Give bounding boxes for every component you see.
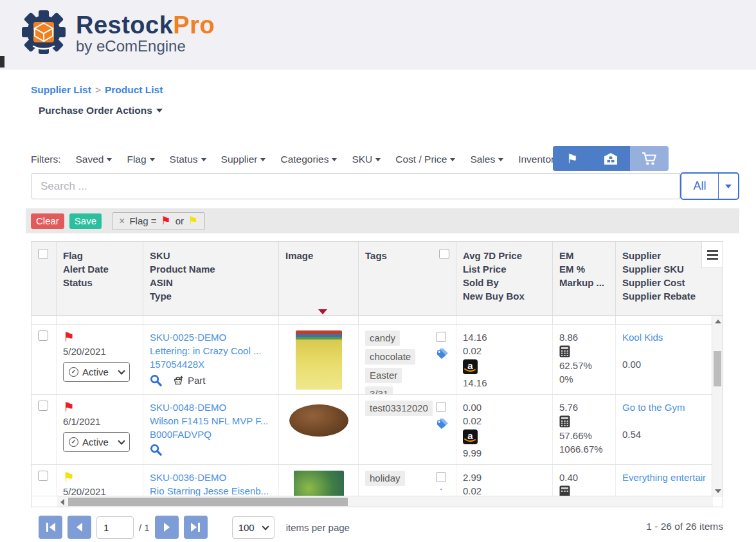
alert-date: 6/1/2021 — [63, 415, 136, 428]
tags-checkbox[interactable] — [436, 402, 446, 412]
search-icon[interactable] — [150, 374, 162, 386]
product-name-link[interactable]: Lettering: in Crazy Cool ... — [150, 344, 272, 357]
scroll-left-icon[interactable] — [60, 499, 64, 505]
supplier-link[interactable]: Kool Kids — [622, 330, 706, 344]
prev-page-button[interactable] — [68, 516, 91, 539]
tags-icon[interactable] — [434, 489, 448, 491]
supplier-link[interactable]: Everything entertainment — [622, 471, 706, 484]
row-checkbox[interactable] — [38, 471, 48, 481]
tags-checkbox[interactable] — [436, 472, 446, 482]
row-checkbox[interactable] — [38, 330, 48, 341]
search-input[interactable] — [31, 173, 680, 199]
filter-saved[interactable]: Saved — [76, 154, 113, 165]
filter-flag[interactable]: Flag — [127, 154, 154, 165]
header-em[interactable]: EMEM %Markup ... — [553, 242, 616, 315]
amazon-icon: a — [463, 429, 478, 444]
supplier-link[interactable]: Go to the Gym — [622, 401, 706, 414]
search-scope-dropdown[interactable] — [719, 174, 738, 199]
tags-icon[interactable] — [434, 419, 448, 431]
select-all-checkbox[interactable] — [38, 249, 48, 259]
product-name-link[interactable]: Rio Starring Jesse Eisenb... — [150, 484, 272, 496]
horizontal-scrollbar[interactable] — [32, 496, 713, 507]
tags-filter-checkbox[interactable] — [439, 249, 449, 259]
avg-7d-price: 14.16 — [463, 330, 546, 344]
search-scope-button[interactable]: All — [681, 174, 719, 199]
calculator-icon[interactable] — [559, 345, 570, 357]
markup-percent: 1066.67% — [559, 442, 609, 456]
table-header-row: FlagAlert DateStatus SKUProduct NameASIN… — [32, 242, 723, 316]
list-price: 0.02 — [463, 414, 546, 428]
filter-supplier[interactable]: Supplier — [221, 154, 266, 165]
filter-chip-text: Flag = — [129, 215, 156, 226]
tag-chip: 3/31 — [365, 386, 393, 394]
list-price: 0.02 — [463, 484, 546, 496]
flag-icon: ⚑ — [63, 401, 136, 413]
chevron-down-icon — [118, 437, 125, 444]
warehouse-icon — [604, 152, 618, 165]
sku-link[interactable]: SKU-0025-DEMO — [150, 330, 272, 344]
filter-sku[interactable]: SKU — [352, 154, 381, 165]
product-image — [287, 401, 350, 440]
status-select[interactable]: ✓ Active — [63, 362, 130, 382]
header-tags[interactable]: Tags — [359, 242, 456, 315]
supplier-filter-button[interactable] — [591, 146, 630, 171]
header-image[interactable]: Image — [279, 242, 359, 315]
header-sku[interactable]: SKUProduct NameASINType — [143, 242, 279, 315]
first-page-button[interactable] — [39, 516, 62, 539]
basket-add-icon — [172, 375, 184, 386]
product-name-link[interactable]: Wilson F1415 NFL MVP F... — [150, 414, 272, 428]
flag-filter-button[interactable]: ⚑ — [553, 146, 591, 171]
cart-filter-button[interactable] — [630, 146, 669, 171]
chevron-down-icon — [498, 158, 503, 161]
chevron-down-icon — [150, 158, 155, 161]
column-menu-button[interactable] — [701, 242, 723, 268]
header-supplier[interactable]: SupplierSupplier SKUSupplier CostSupplie… — [616, 242, 712, 315]
horizontal-scrollbar-thumb[interactable] — [68, 498, 348, 506]
vertical-scrollbar[interactable] — [712, 316, 723, 497]
filters-row: Filters: Saved Flag Status Supplier Cate… — [31, 154, 568, 165]
scroll-up-icon[interactable] — [715, 320, 721, 323]
calculator-icon[interactable] — [559, 415, 570, 428]
vertical-scrollbar-thumb[interactable] — [714, 351, 721, 386]
filter-status[interactable]: Status — [170, 154, 206, 165]
list-price: 0.02 — [463, 344, 546, 357]
brand-tagline: by eComEngine — [76, 37, 215, 55]
flag-icon: ⚑ — [161, 216, 171, 226]
status-select[interactable]: ✓ Active — [63, 432, 130, 452]
save-filters-button[interactable]: Save — [69, 213, 102, 229]
breadcrumb-product-list-link[interactable]: Product List — [105, 84, 163, 95]
flag-icon: ⚑ — [566, 152, 578, 165]
row-checkbox[interactable] — [38, 401, 48, 411]
filter-sales[interactable]: Sales — [470, 154, 503, 165]
header-price[interactable]: Avg 7D PriceList PriceSold ByNew Buy Box — [456, 242, 553, 315]
tag-chip: chocolate — [365, 349, 415, 365]
page-number-input[interactable] — [96, 516, 134, 539]
last-page-button[interactable] — [184, 516, 208, 539]
asin-link[interactable]: 157054428X — [150, 357, 272, 371]
tags-checkbox[interactable] — [436, 332, 446, 342]
breadcrumb-supplier-list-link[interactable]: Supplier List — [31, 84, 91, 95]
asin-link[interactable]: B000FADVPQ — [150, 428, 272, 441]
active-filter-bar: Clear Save × Flag = ⚑ or ⚑ — [26, 208, 739, 233]
filter-cost-price[interactable]: Cost / Price — [395, 154, 455, 165]
search-icon[interactable] — [150, 444, 162, 456]
close-icon[interactable]: × — [119, 215, 125, 227]
top-bar: RestockPro by eComEngine — [0, 0, 756, 69]
sku-link[interactable]: SKU-0048-DEMO — [150, 401, 272, 414]
header-flag[interactable]: FlagAlert DateStatus — [57, 242, 143, 315]
tags-icon[interactable] — [434, 348, 448, 361]
scroll-down-icon[interactable] — [715, 489, 721, 493]
sku-link[interactable]: SKU-0036-DEMO — [150, 471, 272, 484]
purchase-order-actions-dropdown[interactable]: Purchase Order Actions — [39, 105, 163, 116]
next-page-button[interactable] — [155, 516, 179, 539]
avg-7d-price: 0.00 — [463, 401, 546, 414]
filter-categories[interactable]: Categories — [280, 154, 337, 165]
breadcrumb: Supplier List>Product List — [31, 84, 163, 96]
page-size-select[interactable]: 100 — [232, 516, 274, 539]
search-scope: All — [680, 172, 739, 200]
clear-filters-button[interactable]: Clear — [31, 213, 64, 229]
tag-chip: test03312020 — [365, 401, 433, 416]
chevron-down-icon — [156, 109, 163, 113]
calculator-icon[interactable] — [559, 485, 570, 496]
chevron-down-icon — [375, 158, 381, 161]
